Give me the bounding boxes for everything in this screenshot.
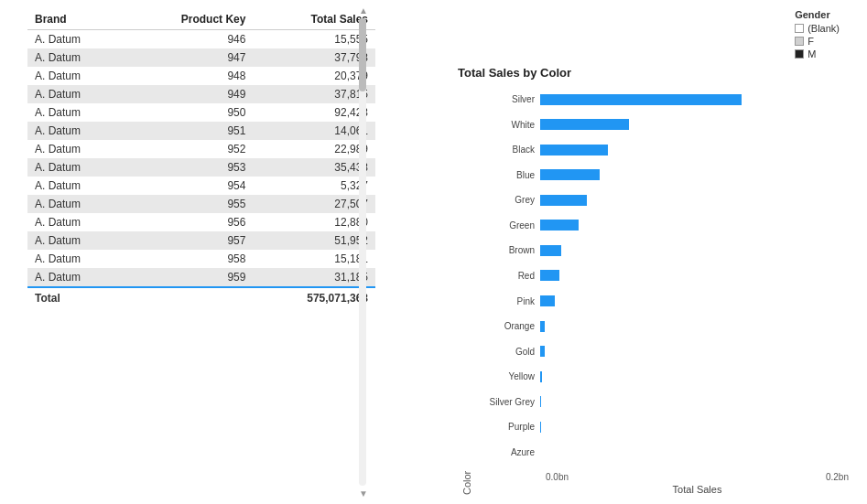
- bar-row: White: [476, 116, 849, 133]
- table-cell-7-2: 35,438: [253, 158, 375, 177]
- legend: Gender (Blank) F M: [795, 9, 840, 61]
- table-cell-13-0: A. Datum: [27, 268, 125, 287]
- bar-row: Grey: [476, 192, 849, 209]
- right-panel: Gender (Blank) F M Total Sales by Color …: [439, 0, 867, 504]
- chart-container: Total Sales by Color Color SilverWhiteBl…: [458, 66, 849, 495]
- bar-track-2: [540, 144, 849, 156]
- table-cell-10-0: A. Datum: [27, 213, 125, 231]
- table-cell-5-1: 951: [125, 122, 254, 140]
- table-row: A. Datum95527,507: [27, 195, 375, 213]
- bar-label-14: Azure: [476, 447, 540, 457]
- bar-label-5: Green: [476, 220, 540, 231]
- legend-box-f: [795, 37, 804, 46]
- legend-item-blank: (Blank): [795, 23, 840, 34]
- table-row: A. Datum94820,379: [27, 67, 375, 85]
- legend-label-f: F: [807, 36, 814, 47]
- bar-track-0: [540, 93, 849, 106]
- table-cell-4-0: A. Datum: [27, 103, 125, 122]
- legend-label-m: M: [807, 48, 816, 59]
- x-tick-1: 0.2bn: [826, 472, 849, 482]
- left-panel: Brand Product Key Total Sales A. Datum94…: [0, 0, 439, 504]
- scrollbar[interactable]: ▲ ▼: [359, 18, 366, 486]
- table-cell-3-0: A. Datum: [27, 85, 125, 103]
- bar-fill-8: [540, 295, 555, 306]
- bar-row: Blue: [476, 166, 849, 183]
- legend-label-blank: (Blank): [807, 23, 840, 34]
- x-axis: 0.0bn 0.2bn: [546, 468, 849, 482]
- bar-track-7: [540, 269, 849, 282]
- bar-row: Pink: [476, 293, 849, 309]
- bar-label-12: Silver Grey: [476, 397, 540, 407]
- bar-track-4: [540, 194, 849, 207]
- table-row: A. Datum9545,327: [27, 177, 375, 195]
- bar-label-7: Red: [476, 271, 540, 281]
- table-cell-10-1: 956: [125, 213, 254, 231]
- table-cell-12-1: 958: [125, 250, 254, 268]
- bar-track-13: [540, 421, 849, 434]
- table-cell-7-0: A. Datum: [27, 158, 125, 177]
- bar-track-6: [540, 244, 849, 257]
- table-cell-6-1: 952: [125, 140, 254, 158]
- scroll-down-arrow[interactable]: ▼: [359, 488, 366, 499]
- bar-track-14: [540, 445, 849, 458]
- table-cell-5-2: 14,061: [253, 122, 375, 140]
- bar-fill-9: [540, 321, 545, 332]
- scroll-thumb[interactable]: [359, 18, 366, 91]
- legend-item-m: M: [795, 48, 840, 59]
- table-cell-4-2: 92,423: [253, 103, 375, 122]
- legend-title: Gender: [795, 9, 840, 20]
- bar-label-10: Gold: [476, 347, 540, 357]
- bar-row: Purple: [476, 419, 849, 435]
- x-axis-title: Total Sales: [546, 484, 849, 495]
- table-row: A. Datum95335,438: [27, 158, 375, 177]
- table-row: A. Datum95931,185: [27, 268, 375, 287]
- x-tick-0: 0.0bn: [546, 472, 569, 482]
- legend-box-m: [795, 49, 804, 59]
- bar-label-3: Blue: [476, 170, 540, 180]
- table-row: A. Datum95092,423: [27, 103, 375, 122]
- bar-fill-2: [540, 145, 608, 155]
- bar-track-11: [540, 370, 849, 383]
- table-cell-3-1: 949: [125, 85, 254, 103]
- bar-label-8: Pink: [476, 296, 540, 306]
- table-cell-13-1: 959: [125, 268, 254, 287]
- table-footer-value: 575,071,368: [253, 287, 375, 308]
- bar-row: Orange: [476, 318, 849, 335]
- table-cell-11-1: 957: [125, 231, 254, 250]
- chart-title: Total Sales by Color: [458, 66, 849, 80]
- bar-fill-11: [540, 371, 542, 382]
- table-cell-2-0: A. Datum: [27, 67, 125, 85]
- bar-track-8: [540, 295, 849, 307]
- table-cell-8-1: 954: [125, 177, 254, 195]
- bar-label-9: Orange: [476, 321, 540, 331]
- table-row: A. Datum95222,989: [27, 140, 375, 158]
- bar-fill-5: [540, 220, 579, 231]
- table-row: A. Datum95751,952: [27, 231, 375, 250]
- bar-fill-12: [540, 396, 541, 407]
- table-row: A. Datum94615,555: [27, 30, 375, 49]
- bar-track-12: [540, 395, 849, 408]
- bar-row: Gold: [476, 343, 849, 359]
- col-header-brand: Brand: [27, 9, 125, 30]
- table-cell-6-2: 22,989: [253, 140, 375, 158]
- table-cell-8-2: 5,327: [253, 177, 375, 195]
- bar-track-9: [540, 320, 849, 333]
- table-cell-9-2: 27,507: [253, 195, 375, 213]
- data-table: Brand Product Key Total Sales A. Datum94…: [27, 9, 375, 308]
- table-cell-0-2: 15,555: [253, 30, 375, 49]
- bar-fill-0: [540, 94, 742, 105]
- table-cell-10-2: 12,880: [253, 213, 375, 231]
- scroll-up-arrow[interactable]: ▲: [359, 5, 366, 16]
- bar-fill-4: [540, 195, 587, 206]
- bar-fill-1: [540, 119, 629, 130]
- table-cell-11-2: 51,952: [253, 231, 375, 250]
- table-cell-8-0: A. Datum: [27, 177, 125, 195]
- bar-track-5: [540, 219, 849, 231]
- table-cell-13-2: 31,185: [253, 268, 375, 287]
- bar-label-2: Black: [476, 145, 540, 155]
- table-cell-0-0: A. Datum: [27, 30, 125, 49]
- table-cell-11-0: A. Datum: [27, 231, 125, 250]
- table-cell-9-0: A. Datum: [27, 195, 125, 213]
- table-cell-6-0: A. Datum: [27, 140, 125, 158]
- chart-area: Color SilverWhiteBlackBlueGreyGreenBrown…: [458, 87, 849, 495]
